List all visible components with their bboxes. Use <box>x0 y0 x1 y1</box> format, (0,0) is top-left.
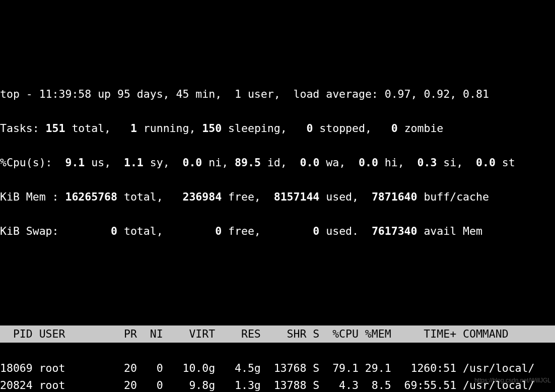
mem-line: KiB Mem : 16265768 total, 236984 free, 8… <box>0 188 555 206</box>
top-summary: top - 11:39:58 up 95 days, 45 min, 1 use… <box>0 69 555 291</box>
watermark: https://blog.csdn.net/WillJGL <box>474 372 551 389</box>
blank-line <box>0 257 555 274</box>
process-table: 18069 root 20 0 10.0g 4.5g 13768 S 79.1 … <box>0 360 555 392</box>
uptime-line: top - 11:39:58 up 95 days, 45 min, 1 use… <box>0 86 555 103</box>
swap-line: KiB Swap: 0 total, 0 free, 0 used. 76173… <box>0 223 555 240</box>
cpu-line: %Cpu(s): 9.1 us, 1.1 sy, 0.0 ni, 89.5 id… <box>0 154 555 171</box>
column-header-row: PID USER PR NI VIRT RES SHR S %CPU %MEM … <box>0 325 555 343</box>
table-row: 20824 root 20 0 9.8g 1.3g 13788 S 4.3 8.… <box>0 377 555 392</box>
table-row: 18069 root 20 0 10.0g 4.5g 13768 S 79.1 … <box>0 360 555 377</box>
tasks-line: Tasks: 151 total, 1 running, 150 sleepin… <box>0 120 555 137</box>
